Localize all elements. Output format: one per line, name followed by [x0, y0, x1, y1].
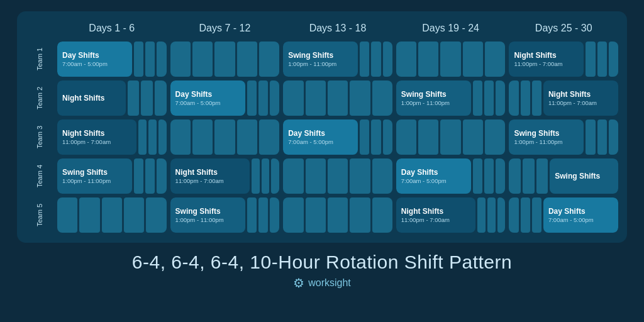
t2-c4: Swing Shifts 1:00pm - 11:00pm — [396, 80, 506, 116]
t1-c1-block: Day Shifts 7:00am - 5:00pm — [57, 42, 132, 77]
strip — [497, 197, 506, 233]
t4-c4-block: Day Shifts 7:00am - 5:00pm — [396, 158, 471, 194]
strip — [360, 42, 369, 77]
strip — [157, 158, 166, 194]
strip — [192, 119, 213, 155]
strip — [141, 80, 153, 116]
strip — [134, 158, 143, 194]
t1-c1-time: 7:00am - 5:00pm — [62, 60, 127, 67]
strip — [372, 80, 392, 116]
t5-c2-name: Swing Shifts — [175, 207, 240, 216]
t4-c5-strips — [509, 158, 548, 194]
t4-c1-time: 1:00pm - 11:00pm — [62, 177, 127, 184]
header-col-3: Days 13 - 18 — [283, 19, 392, 38]
t2-c2: Day Shifts 7:00am - 5:00pm — [170, 80, 280, 116]
t5-c4: Night Shifts 11:00pm - 7:00am — [396, 197, 506, 233]
t3-c1-block: Night Shifts 11:00pm - 7:00am — [57, 119, 136, 155]
t2-c5-time: 11:00pm - 7:00am — [548, 99, 613, 106]
t2-c4-block: Swing Shifts 1:00pm - 11:00pm — [396, 80, 471, 116]
strip — [609, 42, 618, 77]
t3-c4 — [396, 119, 506, 155]
strip — [509, 197, 518, 233]
strip — [158, 119, 167, 155]
t1-c1: Day Shifts 7:00am - 5:00pm — [57, 42, 167, 77]
strip — [237, 42, 257, 77]
strip — [192, 42, 213, 77]
t2-c3 — [283, 80, 392, 116]
strip — [440, 119, 460, 155]
strip — [440, 42, 460, 77]
t1-c2 — [170, 42, 280, 77]
t4-c1: Swing Shifts 1:00pm - 11:00pm — [57, 158, 167, 194]
strip — [383, 119, 392, 155]
team-1-label: Team 1 — [26, 42, 53, 77]
header-col-5: Days 25 - 30 — [509, 19, 618, 38]
strip — [247, 197, 257, 233]
t2-c5-block: Night Shifts 11:00pm - 7:00am — [543, 80, 618, 116]
strip — [496, 80, 505, 116]
t2-c4-name: Swing Shifts — [401, 90, 466, 99]
brand-icon: ⚙ — [293, 275, 304, 291]
t2-c1-name: Night Shifts — [62, 94, 121, 103]
strip — [586, 42, 595, 77]
strip — [532, 197, 541, 233]
t1-c5-block: Night Shifts 11:00pm - 7:00am — [509, 42, 584, 77]
strip — [473, 80, 482, 116]
strip — [214, 119, 235, 155]
strip — [418, 119, 438, 155]
strip — [262, 158, 270, 194]
t1-c5: Night Shifts 11:00pm - 7:00am — [509, 42, 618, 77]
strip — [57, 197, 77, 233]
t4-c5-block: Swing Shifts — [550, 158, 618, 194]
t4-c4: Day Shifts 7:00am - 5:00pm — [396, 158, 506, 194]
t3-c5-strips — [586, 119, 618, 155]
strip — [270, 80, 279, 116]
t2-c2-block: Day Shifts 7:00am - 5:00pm — [170, 80, 245, 116]
strip — [487, 197, 496, 233]
strip — [532, 80, 541, 116]
team-3-label: Team 3 — [26, 119, 53, 155]
strip — [609, 119, 618, 155]
t1-c3-time: 1:00pm - 11:00pm — [288, 60, 353, 67]
strip — [306, 158, 326, 194]
brand-name: worksight — [308, 277, 351, 289]
strip — [247, 80, 257, 116]
t3-c1-time: 11:00pm - 7:00am — [62, 138, 131, 145]
strip — [155, 80, 167, 116]
t3-c3-time: 7:00am - 5:00pm — [288, 138, 353, 145]
t5-c4-block: Night Shifts 11:00pm - 7:00am — [396, 197, 475, 233]
t5-c4-time: 11:00pm - 7:00am — [401, 216, 470, 223]
t5-c1 — [57, 197, 167, 233]
strip — [283, 80, 303, 116]
t5-c5-time: 7:00am - 5:00pm — [548, 216, 613, 223]
strip — [306, 80, 326, 116]
t5-c4-strips — [477, 197, 505, 233]
t4-c1-block: Swing Shifts 1:00pm - 11:00pm — [57, 158, 132, 194]
t2-c2-strips — [247, 80, 280, 116]
team-4-row: Team 4 Swing Shifts 1:00pm - 11:00pm Nig… — [26, 158, 618, 194]
strip — [252, 158, 260, 194]
strip — [237, 119, 257, 155]
strip — [214, 42, 235, 77]
strip — [396, 42, 416, 77]
t3-c3: Day Shifts 7:00am - 5:00pm — [283, 119, 392, 155]
team-2-row: Team 2 Night Shifts Day Shifts 7:00am - … — [26, 80, 618, 116]
strip — [102, 197, 122, 233]
t4-c1-strips — [134, 158, 167, 194]
strip — [259, 119, 279, 155]
strip — [170, 42, 191, 77]
t2-c1: Night Shifts — [57, 80, 167, 116]
t1-c3: Swing Shifts 1:00pm - 11:00pm — [283, 42, 392, 77]
t5-c3 — [283, 197, 392, 233]
strip — [157, 42, 166, 77]
strip — [258, 197, 268, 233]
t2-c5-strips — [509, 80, 541, 116]
t1-c5-name: Night Shifts — [514, 51, 579, 60]
t5-c5-name: Day Shifts — [548, 207, 613, 216]
strip — [328, 158, 348, 194]
t5-c2-strips — [247, 197, 280, 233]
chart-container: Days 1 - 6 Days 7 - 12 Days 13 - 18 Days… — [17, 11, 627, 243]
strip — [271, 158, 279, 194]
strip — [473, 158, 482, 194]
t4-c5: Swing Shifts — [509, 158, 618, 194]
